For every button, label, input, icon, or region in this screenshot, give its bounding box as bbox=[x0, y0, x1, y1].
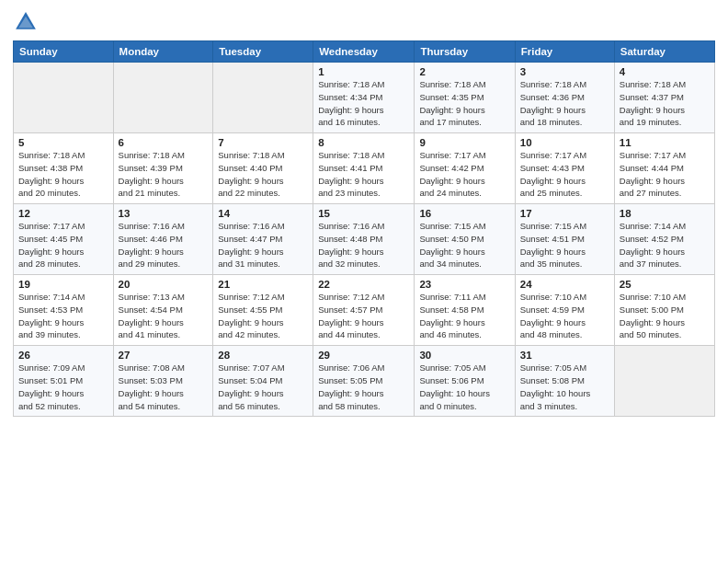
day-number: 29 bbox=[318, 350, 409, 361]
day-info: Sunrise: 7:10 AM Sunset: 5:00 PM Dayligh… bbox=[620, 291, 710, 341]
calendar-cell bbox=[614, 346, 714, 417]
day-number: 26 bbox=[18, 350, 108, 361]
weekday-header-saturday: Saturday bbox=[614, 41, 714, 63]
day-info: Sunrise: 7:16 AM Sunset: 4:47 PM Dayligh… bbox=[218, 220, 308, 270]
page: SundayMondayTuesdayWednesdayThursdayFrid… bbox=[0, 0, 728, 563]
day-number: 18 bbox=[620, 208, 710, 219]
calendar-cell bbox=[213, 63, 313, 133]
week-row-5: 26Sunrise: 7:09 AM Sunset: 5:01 PM Dayli… bbox=[14, 346, 715, 417]
calendar-cell: 5Sunrise: 7:18 AM Sunset: 4:38 PM Daylig… bbox=[14, 133, 114, 204]
day-info: Sunrise: 7:07 AM Sunset: 5:04 PM Dayligh… bbox=[218, 362, 308, 412]
calendar-cell: 23Sunrise: 7:11 AM Sunset: 4:58 PM Dayli… bbox=[415, 275, 515, 346]
day-info: Sunrise: 7:10 AM Sunset: 4:59 PM Dayligh… bbox=[520, 291, 609, 341]
day-number: 31 bbox=[520, 350, 609, 361]
day-info: Sunrise: 7:06 AM Sunset: 5:05 PM Dayligh… bbox=[318, 362, 409, 412]
day-number: 21 bbox=[218, 279, 308, 290]
day-number: 9 bbox=[419, 137, 509, 148]
logo-icon bbox=[13, 9, 39, 35]
day-info: Sunrise: 7:18 AM Sunset: 4:36 PM Dayligh… bbox=[520, 78, 609, 129]
calendar-cell: 11Sunrise: 7:17 AM Sunset: 4:44 PM Dayli… bbox=[614, 133, 714, 204]
logo bbox=[13, 9, 42, 35]
day-info: Sunrise: 7:17 AM Sunset: 4:44 PM Dayligh… bbox=[620, 149, 710, 200]
day-info: Sunrise: 7:11 AM Sunset: 4:58 PM Dayligh… bbox=[419, 291, 509, 341]
weekday-row: SundayMondayTuesdayWednesdayThursdayFrid… bbox=[14, 41, 715, 63]
calendar-cell: 18Sunrise: 7:14 AM Sunset: 4:52 PM Dayli… bbox=[614, 204, 714, 275]
calendar-cell: 12Sunrise: 7:17 AM Sunset: 4:45 PM Dayli… bbox=[14, 204, 114, 275]
day-number: 3 bbox=[520, 66, 609, 77]
calendar-cell: 29Sunrise: 7:06 AM Sunset: 5:05 PM Dayli… bbox=[313, 346, 415, 417]
calendar-cell bbox=[14, 63, 114, 133]
day-info: Sunrise: 7:18 AM Sunset: 4:37 PM Dayligh… bbox=[620, 78, 710, 129]
calendar-cell: 3Sunrise: 7:18 AM Sunset: 4:36 PM Daylig… bbox=[515, 63, 614, 133]
day-info: Sunrise: 7:05 AM Sunset: 5:08 PM Dayligh… bbox=[520, 362, 609, 412]
calendar-cell: 1Sunrise: 7:18 AM Sunset: 4:34 PM Daylig… bbox=[313, 63, 415, 133]
day-number: 20 bbox=[119, 279, 209, 290]
day-number: 22 bbox=[318, 279, 409, 290]
day-info: Sunrise: 7:18 AM Sunset: 4:40 PM Dayligh… bbox=[218, 149, 308, 200]
day-info: Sunrise: 7:18 AM Sunset: 4:38 PM Dayligh… bbox=[18, 149, 108, 200]
calendar-header: SundayMondayTuesdayWednesdayThursdayFrid… bbox=[14, 41, 715, 63]
day-number: 23 bbox=[419, 279, 509, 290]
week-row-3: 12Sunrise: 7:17 AM Sunset: 4:45 PM Dayli… bbox=[14, 204, 715, 275]
day-info: Sunrise: 7:09 AM Sunset: 5:01 PM Dayligh… bbox=[18, 362, 108, 412]
calendar-cell: 4Sunrise: 7:18 AM Sunset: 4:37 PM Daylig… bbox=[614, 63, 714, 133]
weekday-header-monday: Monday bbox=[113, 41, 213, 63]
header bbox=[13, 9, 715, 35]
week-row-1: 1Sunrise: 7:18 AM Sunset: 4:34 PM Daylig… bbox=[14, 63, 715, 133]
calendar-cell bbox=[113, 63, 213, 133]
calendar-cell: 9Sunrise: 7:17 AM Sunset: 4:42 PM Daylig… bbox=[415, 133, 515, 204]
calendar-cell: 24Sunrise: 7:10 AM Sunset: 4:59 PM Dayli… bbox=[515, 275, 614, 346]
day-info: Sunrise: 7:15 AM Sunset: 4:51 PM Dayligh… bbox=[520, 220, 609, 270]
calendar-table: SundayMondayTuesdayWednesdayThursdayFrid… bbox=[13, 40, 715, 417]
day-number: 5 bbox=[18, 137, 108, 148]
day-number: 10 bbox=[520, 137, 609, 148]
day-number: 17 bbox=[520, 208, 609, 219]
calendar-cell: 17Sunrise: 7:15 AM Sunset: 4:51 PM Dayli… bbox=[515, 204, 614, 275]
calendar-cell: 28Sunrise: 7:07 AM Sunset: 5:04 PM Dayli… bbox=[213, 346, 313, 417]
calendar-cell: 2Sunrise: 7:18 AM Sunset: 4:35 PM Daylig… bbox=[415, 63, 515, 133]
day-number: 19 bbox=[18, 279, 108, 290]
day-number: 27 bbox=[119, 350, 209, 361]
day-number: 30 bbox=[419, 350, 509, 361]
day-info: Sunrise: 7:15 AM Sunset: 4:50 PM Dayligh… bbox=[419, 220, 509, 270]
day-info: Sunrise: 7:14 AM Sunset: 4:52 PM Dayligh… bbox=[620, 220, 710, 270]
weekday-header-wednesday: Wednesday bbox=[313, 41, 415, 63]
day-info: Sunrise: 7:17 AM Sunset: 4:43 PM Dayligh… bbox=[520, 149, 609, 200]
calendar-cell: 7Sunrise: 7:18 AM Sunset: 4:40 PM Daylig… bbox=[213, 133, 313, 204]
day-number: 24 bbox=[520, 279, 609, 290]
calendar-cell: 30Sunrise: 7:05 AM Sunset: 5:06 PM Dayli… bbox=[415, 346, 515, 417]
calendar-cell: 26Sunrise: 7:09 AM Sunset: 5:01 PM Dayli… bbox=[14, 346, 114, 417]
calendar-cell: 16Sunrise: 7:15 AM Sunset: 4:50 PM Dayli… bbox=[415, 204, 515, 275]
calendar-body: 1Sunrise: 7:18 AM Sunset: 4:34 PM Daylig… bbox=[14, 63, 715, 417]
day-info: Sunrise: 7:12 AM Sunset: 4:55 PM Dayligh… bbox=[218, 291, 308, 341]
day-number: 25 bbox=[620, 279, 710, 290]
day-info: Sunrise: 7:13 AM Sunset: 4:54 PM Dayligh… bbox=[119, 291, 209, 341]
day-info: Sunrise: 7:12 AM Sunset: 4:57 PM Dayligh… bbox=[318, 291, 409, 341]
day-info: Sunrise: 7:16 AM Sunset: 4:48 PM Dayligh… bbox=[318, 220, 409, 270]
day-info: Sunrise: 7:14 AM Sunset: 4:53 PM Dayligh… bbox=[18, 291, 108, 341]
day-info: Sunrise: 7:18 AM Sunset: 4:39 PM Dayligh… bbox=[119, 149, 209, 200]
day-number: 2 bbox=[419, 66, 509, 77]
weekday-header-sunday: Sunday bbox=[14, 41, 114, 63]
day-number: 15 bbox=[318, 208, 409, 219]
day-number: 6 bbox=[119, 137, 209, 148]
calendar-cell: 15Sunrise: 7:16 AM Sunset: 4:48 PM Dayli… bbox=[313, 204, 415, 275]
day-number: 8 bbox=[318, 137, 409, 148]
day-info: Sunrise: 7:17 AM Sunset: 4:45 PM Dayligh… bbox=[18, 220, 108, 270]
calendar-cell: 14Sunrise: 7:16 AM Sunset: 4:47 PM Dayli… bbox=[213, 204, 313, 275]
calendar-cell: 8Sunrise: 7:18 AM Sunset: 4:41 PM Daylig… bbox=[313, 133, 415, 204]
calendar-cell: 10Sunrise: 7:17 AM Sunset: 4:43 PM Dayli… bbox=[515, 133, 614, 204]
calendar-cell: 31Sunrise: 7:05 AM Sunset: 5:08 PM Dayli… bbox=[515, 346, 614, 417]
calendar-cell: 19Sunrise: 7:14 AM Sunset: 4:53 PM Dayli… bbox=[14, 275, 114, 346]
calendar-cell: 6Sunrise: 7:18 AM Sunset: 4:39 PM Daylig… bbox=[113, 133, 213, 204]
day-number: 4 bbox=[620, 66, 710, 77]
day-info: Sunrise: 7:18 AM Sunset: 4:41 PM Dayligh… bbox=[318, 149, 409, 200]
day-info: Sunrise: 7:05 AM Sunset: 5:06 PM Dayligh… bbox=[419, 362, 509, 412]
calendar-cell: 21Sunrise: 7:12 AM Sunset: 4:55 PM Dayli… bbox=[213, 275, 313, 346]
calendar-cell: 20Sunrise: 7:13 AM Sunset: 4:54 PM Dayli… bbox=[113, 275, 213, 346]
day-number: 12 bbox=[18, 208, 108, 219]
week-row-2: 5Sunrise: 7:18 AM Sunset: 4:38 PM Daylig… bbox=[14, 133, 715, 204]
day-number: 7 bbox=[218, 137, 308, 148]
day-number: 13 bbox=[119, 208, 209, 219]
weekday-header-thursday: Thursday bbox=[415, 41, 515, 63]
